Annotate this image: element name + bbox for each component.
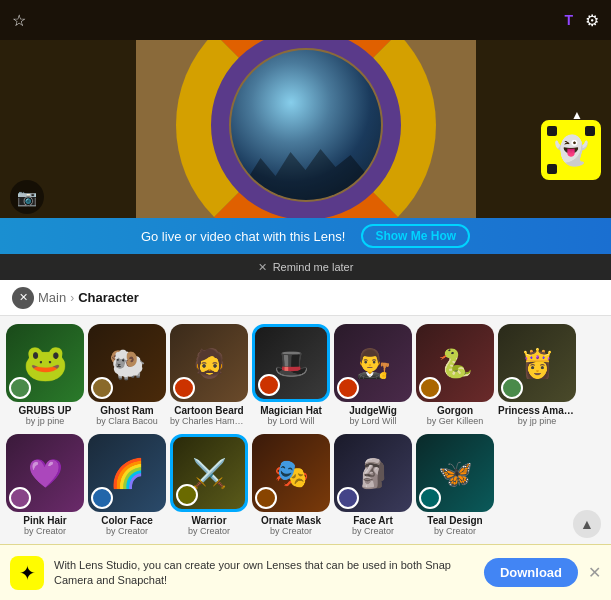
lens-thumb-ornate-mask: 🎭 [252, 434, 330, 512]
camera-background [136, 10, 476, 240]
tabs-bar: ✕ Main › Character [0, 280, 611, 316]
lens-avatar-ornate-mask [255, 487, 277, 509]
remind-bar: ✕ Remind me later [0, 254, 611, 280]
live-chat-banner: Go live or video chat with this Lens! Sh… [0, 218, 611, 254]
arch-container [136, 10, 476, 240]
lens-item-gorgon[interactable]: 🐍 Gorgon by Ger Killeen [416, 324, 494, 426]
lens-avatar-magician-hat [258, 374, 280, 396]
bottom-close-button[interactable]: ✕ [588, 563, 601, 582]
lens-item-teal-design[interactable]: 🦋 Teal Design by Creator [416, 434, 494, 536]
remind-close-icon[interactable]: ✕ [258, 261, 267, 274]
lens-thumb-pink-hair: 💜 [6, 434, 84, 512]
lens-avatar-gorgon [419, 377, 441, 399]
lens-thumb-magician-hat: 🎩 [252, 324, 330, 402]
lens-creator-cartoon-beard: by Charles Hambl... [170, 416, 248, 426]
lens-creator-face-art: by Creator [334, 526, 412, 536]
snapcode[interactable]: 👻 [541, 120, 601, 180]
top-bar-right: T ⚙ [564, 11, 599, 30]
lens-avatar-pink-hair [9, 487, 31, 509]
lens-name-teal-design: Teal Design [416, 515, 494, 526]
lens-studio-icon: ✦ [10, 556, 44, 590]
twitch-icon[interactable]: T [564, 12, 573, 28]
lens-item-ghost-ram[interactable]: 🐏 Ghost Ram by Clara Bacou [88, 324, 166, 426]
lens-creator-pink-hair: by Creator [6, 526, 84, 536]
settings-icon[interactable]: ⚙ [585, 11, 599, 30]
lens-creator-judgewig: by Lord Will [334, 416, 412, 426]
lens-avatar-judgewig [337, 377, 359, 399]
lens-thumb-cartoon-beard: 🧔 [170, 324, 248, 402]
banner-text: Go live or video chat with this Lens! [141, 229, 346, 244]
lens-item-grubs-up[interactable]: 🐸 GRUBS UP by jp pine [6, 324, 84, 426]
lens-creator-princess: by jp pine [498, 416, 576, 426]
remind-text[interactable]: Remind me later [273, 261, 354, 273]
tree-silhouette [231, 140, 381, 200]
tab-chevron-icon: › [70, 291, 74, 305]
star-icon[interactable]: ☆ [12, 11, 26, 30]
lens-item-warrior[interactable]: ⚔️ Warrior by Creator [170, 434, 248, 536]
lens-avatar-princess [501, 377, 523, 399]
lens-creator-warrior: by Creator [170, 526, 248, 536]
lens-name-ornate-mask: Ornate Mask [252, 515, 330, 526]
lens-thumb-judgewig: 👨‍⚖️ [334, 324, 412, 402]
lens-name-princess: Princess Aman... [498, 405, 576, 416]
lens-creator-color-face: by Creator [88, 526, 166, 536]
tab-main[interactable]: Main [38, 290, 66, 305]
lens-thumb-princess: 👸 [498, 324, 576, 402]
lens-name-gorgon: Gorgon [416, 405, 494, 416]
lens-studio-star: ✦ [19, 561, 36, 585]
lens-name-ghost-ram: Ghost Ram [88, 405, 166, 416]
lens-thumb-color-face: 🌈 [88, 434, 166, 512]
lens-creator-gorgon: by Ger Killeen [416, 416, 494, 426]
lens-avatar-ghost-ram [91, 377, 113, 399]
lens-name-face-art: Face Art [334, 515, 412, 526]
lens-name-pink-hair: Pink Hair [6, 515, 84, 526]
snapcode-container: 👻 [545, 124, 597, 176]
download-button[interactable]: Download [484, 558, 578, 587]
lens-creator-ghost-ram: by Clara Bacou [88, 416, 166, 426]
camera-switch-button[interactable]: 📷 [10, 180, 44, 214]
top-bar: ☆ T ⚙ [0, 0, 611, 40]
lens-item-color-face[interactable]: 🌈 Color Face by Creator [88, 434, 166, 536]
lens-name-judgewig: JudgeWig [334, 405, 412, 416]
lens-creator-ornate-mask: by Creator [252, 526, 330, 536]
lens-item-cartoon-beard[interactable]: 🧔 Cartoon Beard by Charles Hambl... [170, 324, 248, 426]
lens-item-ornate-mask[interactable]: 🎭 Ornate Mask by Creator [252, 434, 330, 536]
lens-thumb-warrior: ⚔️ [170, 434, 248, 512]
lens-name-magician-hat: Magician Hat [252, 405, 330, 416]
bottom-banner: ✦ With Lens Studio, you can create your … [0, 544, 611, 600]
scroll-up-button[interactable]: ▲ [573, 510, 601, 538]
lens-name-color-face: Color Face [88, 515, 166, 526]
show-me-button[interactable]: Show Me How [361, 224, 470, 248]
lens-avatar-cartoon-beard [173, 377, 195, 399]
lens-avatar-grubs-up [9, 377, 31, 399]
lens-name-cartoon-beard: Cartoon Beard [170, 405, 248, 416]
lens-thumb-face-art: 🗿 [334, 434, 412, 512]
lens-thumb-gorgon: 🐍 [416, 324, 494, 402]
lens-thumb-ghost-ram: 🐏 [88, 324, 166, 402]
snapcode-ghost: 👻 [554, 134, 589, 167]
tab-character[interactable]: Character [78, 290, 139, 305]
tab-close-button[interactable]: ✕ [12, 287, 34, 309]
lenses-row-2: 💜 Pink Hair by Creator 🌈 Color Face by C… [0, 430, 611, 540]
lens-item-magician-hat[interactable]: 🎩 Magician Hat by Lord Will [252, 324, 330, 426]
lens-thumb-grubs-up: 🐸 [6, 324, 84, 402]
lens-name-warrior: Warrior [170, 515, 248, 526]
lens-creator-grubs-up: by jp pine [6, 416, 84, 426]
lens-panel: ✕ Main › Character 🐸 GRUBS UP by jp pine… [0, 280, 611, 544]
lens-item-judgewig[interactable]: 👨‍⚖️ JudgeWig by Lord Will [334, 324, 412, 426]
lens-avatar-color-face [91, 487, 113, 509]
camera-preview [136, 10, 476, 240]
lens-item-pink-hair[interactable]: 💜 Pink Hair by Creator [6, 434, 84, 536]
bottom-banner-text: With Lens Studio, you can create your ow… [54, 558, 474, 587]
lens-avatar-teal-design [419, 487, 441, 509]
lens-creator-teal-design: by Creator [416, 526, 494, 536]
lens-name-grubs-up: GRUBS UP [6, 405, 84, 416]
lens-item-princess[interactable]: 👸 Princess Aman... by jp pine [498, 324, 576, 426]
lens-avatar-face-art [337, 487, 359, 509]
lenses-row-1: 🐸 GRUBS UP by jp pine 🐏 Ghost Ram by Cla… [0, 316, 611, 430]
lens-creator-magician-hat: by Lord Will [252, 416, 330, 426]
lens-inner-view [231, 50, 381, 200]
lens-thumb-teal-design: 🦋 [416, 434, 494, 512]
lens-avatar-warrior [176, 484, 198, 506]
lens-item-face-art[interactable]: 🗿 Face Art by Creator [334, 434, 412, 536]
